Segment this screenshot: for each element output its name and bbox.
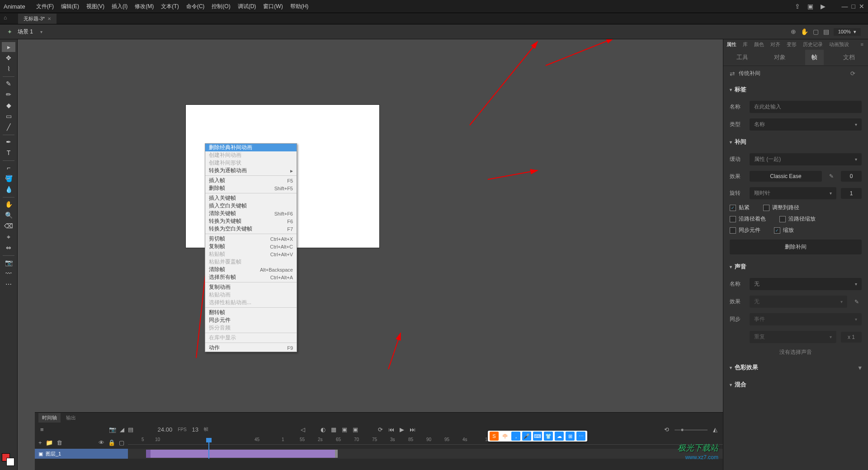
ime-more-icon[interactable]: ⋯ [576,432,585,441]
section-blend[interactable]: ▾混合 [723,376,868,393]
sync-dropdown[interactable]: 事件▾ [750,313,862,325]
context-menu-item[interactable]: 插入帧F5 [205,177,297,184]
window-close[interactable]: ✕ [859,3,864,10]
add-folder-icon[interactable]: 📁 [46,439,53,446]
context-menu-item[interactable]: 翻转帧 [205,309,297,316]
lock-icon[interactable]: 🔒 [108,439,115,446]
scale-checkbox[interactable]: ✓缩放 [774,226,794,234]
timeline-track[interactable] [128,449,723,459]
ime-lang[interactable]: 中 [500,432,509,441]
effect-button[interactable]: Classic Ease [750,171,822,182]
menu-window[interactable]: 窗口(W) [259,3,286,10]
tab-library[interactable]: 库 [740,39,751,50]
sound-name-dropdown[interactable]: 无▾ [750,278,862,290]
ime-logo-icon[interactable]: S [490,432,499,441]
stage-area[interactable]: 删除经典补间动画创建补间动画创建补间形状转换为逐帧动画▸插入帧F5删除帧Shif… [18,39,723,470]
menu-file[interactable]: 文件(F) [33,3,57,10]
context-menu-item[interactable]: 插入空白关键帧 [205,202,297,210]
pencil-tool[interactable]: ✏ [2,89,15,99]
remove-tween-button[interactable]: 删除补间 [730,240,862,254]
scene-name[interactable]: 场景 1 [18,28,33,36]
context-menu-item[interactable]: 动作F9 [205,344,297,352]
width-tool[interactable]: ⇔ [2,243,15,253]
menu-modify[interactable]: 修改(M) [131,3,157,10]
context-menu-item[interactable]: 选择所有帧Ctrl+Alt+A [205,273,297,281]
tab-output[interactable]: 输出 [62,413,80,423]
selection-tool[interactable]: ▸ [2,42,15,52]
playhead[interactable] [208,441,209,459]
scale-along-checkbox[interactable]: 沿路径缩放 [779,215,816,223]
edit-ease-icon[interactable]: ✎ [826,173,836,179]
lasso-tool[interactable]: ⌇ [2,64,15,74]
context-menu-item[interactable]: 插入关键帧 [205,194,297,202]
menu-debug[interactable]: 调试(D) [234,3,260,10]
asset-warp-tool[interactable]: ⌖ [2,232,15,242]
crop-icon[interactable]: ▢ [813,28,819,35]
document-tab[interactable]: 无标题-3* ✕ [18,14,57,24]
ime-cloud-icon[interactable]: ☁ [555,432,564,441]
timeline-ruler[interactable]: 510 451 552s 6570 753s 8590 954s 1 [128,436,723,445]
sync-symbol-checkbox[interactable]: 同步元件 [730,226,760,234]
marker-icon[interactable]: ▣ [342,426,347,433]
eraser-tool[interactable]: ⌫ [2,221,15,231]
eyedropper-tool[interactable]: 💧 [2,184,15,194]
camera-toggle[interactable]: 📷 [109,426,116,433]
delete-layer-icon[interactable]: 🗑 [57,439,62,446]
context-menu-item[interactable]: 删除帧Shift+F5 [205,184,297,192]
stroke-color-swatch[interactable] [6,458,14,466]
subtab-document[interactable]: 文档 [837,50,861,65]
add-layer-icon[interactable]: + [38,439,42,446]
layer-mask-icon[interactable]: ▤ [128,426,133,433]
context-menu-item[interactable]: 转换为空白关键帧F7 [205,225,297,233]
context-menu-item[interactable]: 清除帧Alt+Backspace [205,266,297,273]
zoom-tool[interactable]: 🔍 [2,210,15,220]
tab-properties[interactable]: 属性 [723,39,740,50]
tab-transform[interactable]: 变形 [783,39,800,50]
subtab-frame[interactable]: 帧 [805,50,824,65]
layer-row[interactable]: ▣ 图层_1 [35,449,128,459]
line-tool[interactable]: ╱ [2,122,15,132]
workspace-icon[interactable]: ▣ [807,3,813,10]
section-color-effect[interactable]: ▾色彩效果▾ [723,359,868,376]
share-icon[interactable]: ⇪ [795,3,800,10]
ime-punct-icon[interactable]: ， [511,432,520,441]
menu-help[interactable]: 帮助(H) [287,3,312,10]
loop-range-icon[interactable]: ⟲ [664,426,669,433]
zoom-timeline-icon[interactable]: ◭ [713,426,717,433]
more-tools[interactable]: ⋯ [2,279,15,289]
rotate-dropdown[interactable]: 顺时针▾ [750,187,836,199]
menu-view[interactable]: 视图(V) [83,3,108,10]
play-icon[interactable]: ▶ [821,3,826,10]
outline-icon[interactable]: ▢ [119,439,124,446]
play-button[interactable]: ▶ [400,426,404,433]
tab-color[interactable]: 颜色 [751,39,767,50]
repeat-dropdown[interactable]: 重复▾ [750,331,836,343]
home-icon[interactable]: ⌂ [4,14,7,21]
hand-icon[interactable]: ✋ [801,28,808,35]
section-tween[interactable]: ▾补间 [723,133,868,150]
step-forward-icon[interactable]: ⏭ [410,426,415,433]
adjust-path-checkbox[interactable]: 调整到路径 [763,204,799,212]
menu-control[interactable]: 控制(O) [208,3,234,10]
tab-align[interactable]: 对齐 [767,39,783,50]
menu-insert[interactable]: 插入(I) [108,3,131,10]
rotate-count-input[interactable]: 1 [841,188,862,199]
color-along-checkbox[interactable]: 沿路径着色 [730,215,766,223]
menu-text[interactable]: 文本(T) [157,3,182,10]
label-type-dropdown[interactable]: 名称▾ [750,118,862,131]
camera-tool[interactable]: 📷 [2,258,15,268]
shape-tool[interactable]: ◆ [2,100,15,110]
visibility-icon[interactable]: 👁 [99,439,104,446]
context-menu-item[interactable]: 转换为关键帧F6 [205,217,297,225]
span-icon[interactable]: ▣ [353,426,358,433]
label-name-input[interactable]: 在此处输入 [750,101,862,113]
free-transform-tool[interactable]: ✥ [2,53,15,63]
ime-cube-icon[interactable]: ⊞ [566,432,575,441]
menu-edit[interactable]: 编辑(E) [57,3,83,10]
subtab-object[interactable]: 对象 [768,50,792,65]
keyframe-back-icon[interactable]: ◁ [301,426,305,433]
target-icon[interactable]: ⊕ [791,28,796,35]
context-menu-item[interactable]: 转换为逐帧动画▸ [205,167,297,174]
context-menu-item[interactable]: 剪切帧Ctrl+Alt+X [205,235,297,243]
layer-depth-icon[interactable]: ◢ [120,426,124,433]
